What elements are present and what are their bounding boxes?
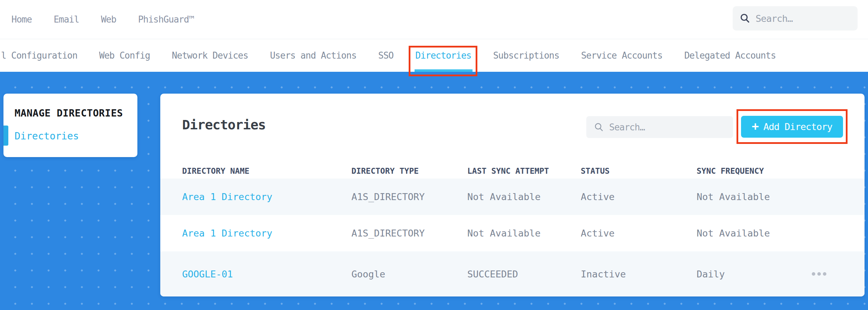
last-sync-attempt-value: SUCCEEDED (467, 269, 581, 279)
tab-network-devices[interactable]: Network Devices (172, 50, 248, 61)
directory-name-link[interactable]: GOOGLE-01 (182, 269, 351, 279)
directory-type-value: A1S_DIRECTORY (351, 191, 467, 202)
table-header-row: DIRECTORY NAME DIRECTORY TYPE LAST SYNC … (160, 163, 865, 179)
plus-icon: + (752, 120, 758, 132)
topnav-item-web[interactable]: Web (101, 14, 116, 25)
tab-sso[interactable]: SSO (378, 50, 393, 61)
table-row: GOOGLE-01 Google SUCCEEDED Inactive Dail… (160, 251, 865, 296)
directories-panel: Directories + Add Directory DIRECTORY NA… (160, 94, 865, 296)
topnav-item-phishguard[interactable]: PhishGuard™ (138, 14, 194, 25)
directories-search-input[interactable] (604, 122, 733, 132)
settings-tab-bar: l Configuration Web Config Network Devic… (0, 39, 868, 72)
table-row: Area 1 Directory A1S_DIRECTORY Not Avail… (160, 215, 865, 251)
tab-service-accounts[interactable]: Service Accounts (581, 50, 662, 61)
directory-type-value: A1S_DIRECTORY (351, 228, 467, 239)
directory-name-link[interactable]: Area 1 Directory (182, 191, 351, 202)
global-search-input[interactable] (750, 13, 858, 24)
ellipsis-menu-icon[interactable] (810, 270, 828, 278)
directories-search-box[interactable] (586, 116, 733, 138)
tab-directories-label: Directories (415, 50, 471, 61)
sidebar-item-directories[interactable]: Directories (15, 130, 79, 142)
tab-users-and-actions[interactable]: Users and Actions (270, 50, 356, 61)
search-icon (594, 122, 604, 132)
status-value: Active (581, 191, 697, 202)
page-title: Directories (182, 117, 266, 132)
sync-frequency-value: Not Available (697, 179, 865, 215)
global-search-box[interactable] (733, 6, 858, 31)
last-sync-attempt-value: Not Available (467, 191, 581, 202)
column-header-last-sync-attempt: LAST SYNC ATTEMPT (467, 166, 581, 175)
sidebar-title: MANAGE DIRECTORIES (15, 107, 123, 119)
red-annotation-box-button: + Add Directory (737, 109, 848, 144)
top-navigation-bar: Home Email Web PhishGuard™ (0, 0, 868, 39)
active-tab-underline (415, 69, 473, 72)
sync-frequency-value: Not Available (697, 215, 865, 251)
tab-email-configuration[interactable]: l Configuration (1, 50, 77, 61)
directory-name-link[interactable]: Area 1 Directory (182, 228, 351, 239)
last-sync-attempt-value: Not Available (467, 228, 581, 239)
add-directory-button-label: Add Directory (764, 121, 832, 132)
tab-web-config[interactable]: Web Config (99, 50, 150, 61)
directory-type-value: Google (351, 269, 467, 279)
sync-frequency-value: Daily (697, 269, 725, 279)
directories-table: DIRECTORY NAME DIRECTORY TYPE LAST SYNC … (160, 163, 865, 296)
manage-directories-panel: MANAGE DIRECTORIES Directories (3, 94, 137, 157)
table-row: Area 1 Directory A1S_DIRECTORY Not Avail… (160, 179, 865, 215)
add-directory-button[interactable]: + Add Directory (741, 116, 843, 138)
column-header-directory-name: DIRECTORY NAME (182, 166, 351, 175)
tab-directories[interactable]: Directories (415, 50, 471, 61)
column-header-directory-type: DIRECTORY TYPE (351, 166, 467, 175)
topnav-item-email[interactable]: Email (54, 14, 79, 25)
column-header-sync-frequency: SYNC FREQUENCY (697, 166, 865, 175)
column-header-status: STATUS (581, 166, 697, 175)
sidebar-active-indicator (3, 126, 8, 146)
tab-delegated-accounts[interactable]: Delegated Accounts (684, 50, 776, 61)
topnav-item-home[interactable]: Home (11, 14, 32, 25)
status-value: Active (581, 228, 697, 239)
search-icon (740, 13, 750, 24)
tab-subscriptions[interactable]: Subscriptions (493, 50, 559, 61)
status-value: Inactive (581, 269, 697, 279)
